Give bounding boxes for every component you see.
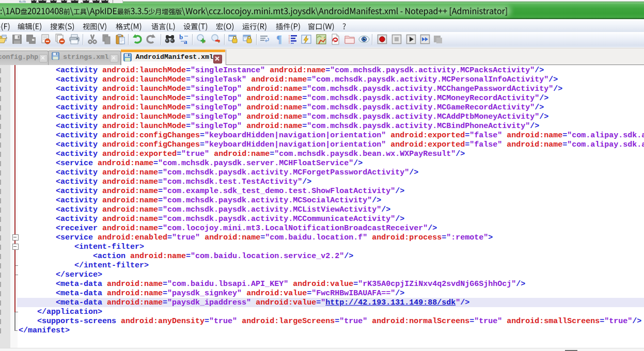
- svg-text:a: a: [184, 38, 187, 45]
- svg-text:¶: ¶: [276, 34, 282, 45]
- svg-text:b: b: [179, 33, 183, 41]
